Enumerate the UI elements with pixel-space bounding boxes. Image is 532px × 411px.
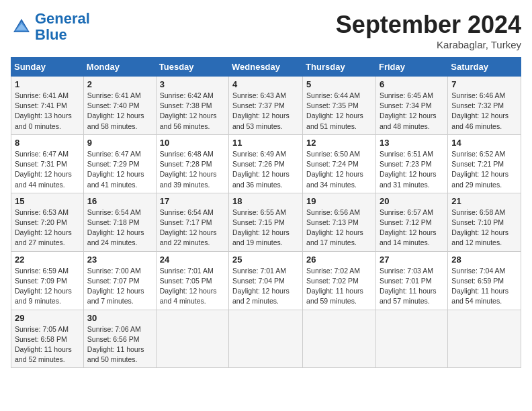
calendar-header-row: SundayMondayTuesdayWednesdayThursdayFrid… <box>11 58 521 77</box>
day-info: Sunrise: 7:04 AMSunset: 6:59 PMDaylight:… <box>451 267 508 306</box>
calendar-empty-cell <box>375 310 447 368</box>
logo-icon <box>11 16 32 38</box>
day-info: Sunrise: 6:51 AMSunset: 7:23 PMDaylight:… <box>380 150 437 189</box>
calendar-day-cell: 29 Sunrise: 7:05 AMSunset: 6:58 PMDaylig… <box>11 310 84 368</box>
day-number: 10 <box>160 138 225 148</box>
day-info: Sunrise: 6:43 AMSunset: 7:37 PMDaylight:… <box>232 91 290 130</box>
day-number: 26 <box>306 255 372 265</box>
day-number: 22 <box>15 255 80 265</box>
col-header-monday: Monday <box>83 58 156 77</box>
day-info: Sunrise: 7:01 AMSunset: 7:04 PMDaylight:… <box>232 267 290 306</box>
calendar-day-cell: 6 Sunrise: 6:45 AMSunset: 7:34 PMDayligh… <box>375 77 447 135</box>
calendar-day-cell: 22 Sunrise: 6:59 AMSunset: 7:09 PMDaylig… <box>11 251 84 310</box>
day-info: Sunrise: 6:54 AMSunset: 7:18 PMDaylight:… <box>87 208 144 247</box>
day-number: 15 <box>15 196 80 206</box>
day-info: Sunrise: 6:49 AMSunset: 7:26 PMDaylight:… <box>232 150 290 189</box>
day-number: 2 <box>87 79 152 89</box>
day-number: 1 <box>15 79 80 89</box>
day-number: 24 <box>160 255 225 265</box>
day-number: 28 <box>451 255 517 265</box>
calendar-day-cell: 17 Sunrise: 6:54 AMSunset: 7:17 PMDaylig… <box>156 193 228 251</box>
calendar-day-cell: 9 Sunrise: 6:47 AMSunset: 7:29 PMDayligh… <box>83 134 156 193</box>
calendar-day-cell: 18 Sunrise: 6:55 AMSunset: 7:15 PMDaylig… <box>229 193 303 251</box>
day-number: 4 <box>232 79 299 89</box>
col-header-wednesday: Wednesday <box>229 58 303 77</box>
day-number: 11 <box>232 138 299 148</box>
day-info: Sunrise: 6:58 AMSunset: 7:10 PMDaylight:… <box>451 208 508 247</box>
calendar-day-cell: 12 Sunrise: 6:50 AMSunset: 7:24 PMDaylig… <box>303 134 376 193</box>
logo-line2: Blue <box>35 26 67 43</box>
day-info: Sunrise: 6:56 AMSunset: 7:13 PMDaylight:… <box>306 208 363 247</box>
logo: General Blue <box>11 11 90 43</box>
calendar-day-cell: 21 Sunrise: 6:58 AMSunset: 7:10 PMDaylig… <box>448 193 521 251</box>
calendar-day-cell: 15 Sunrise: 6:53 AMSunset: 7:20 PMDaylig… <box>11 193 84 251</box>
calendar-empty-cell <box>156 310 228 368</box>
calendar-day-cell: 2 Sunrise: 6:41 AMSunset: 7:40 PMDayligh… <box>83 77 156 135</box>
col-header-sunday: Sunday <box>11 58 84 77</box>
calendar-day-cell: 14 Sunrise: 6:52 AMSunset: 7:21 PMDaylig… <box>448 134 521 193</box>
day-number: 9 <box>87 138 152 148</box>
calendar-day-cell: 10 Sunrise: 6:48 AMSunset: 7:28 PMDaylig… <box>156 134 228 193</box>
calendar-day-cell: 5 Sunrise: 6:44 AMSunset: 7:35 PMDayligh… <box>303 77 376 135</box>
calendar-day-cell: 30 Sunrise: 7:06 AMSunset: 6:56 PMDaylig… <box>83 310 156 368</box>
day-info: Sunrise: 6:45 AMSunset: 7:34 PMDaylight:… <box>380 91 437 130</box>
day-info: Sunrise: 7:06 AMSunset: 6:56 PMDaylight:… <box>87 325 144 364</box>
day-info: Sunrise: 6:44 AMSunset: 7:35 PMDaylight:… <box>306 91 363 130</box>
calendar-day-cell: 27 Sunrise: 7:03 AMSunset: 7:01 PMDaylig… <box>375 251 447 310</box>
day-info: Sunrise: 7:03 AMSunset: 7:01 PMDaylight:… <box>380 267 437 306</box>
logo-line1: General <box>35 10 90 27</box>
day-number: 12 <box>306 138 372 148</box>
calendar-week-row: 15 Sunrise: 6:53 AMSunset: 7:20 PMDaylig… <box>11 193 521 251</box>
calendar-body: 1 Sunrise: 6:41 AMSunset: 7:41 PMDayligh… <box>11 77 521 368</box>
calendar-day-cell: 19 Sunrise: 6:56 AMSunset: 7:13 PMDaylig… <box>303 193 376 251</box>
day-info: Sunrise: 6:47 AMSunset: 7:31 PMDaylight:… <box>15 150 72 189</box>
day-number: 25 <box>232 255 299 265</box>
calendar-day-cell: 20 Sunrise: 6:57 AMSunset: 7:12 PMDaylig… <box>375 193 447 251</box>
day-number: 5 <box>306 79 372 89</box>
day-info: Sunrise: 6:41 AMSunset: 7:40 PMDaylight:… <box>87 91 144 130</box>
calendar-week-row: 1 Sunrise: 6:41 AMSunset: 7:41 PMDayligh… <box>11 77 521 135</box>
day-number: 30 <box>87 313 152 323</box>
day-info: Sunrise: 6:52 AMSunset: 7:21 PMDaylight:… <box>451 150 508 189</box>
day-number: 18 <box>232 196 299 206</box>
location-subtitle: Karabaglar, Turkey <box>336 39 521 50</box>
calendar-day-cell: 7 Sunrise: 6:46 AMSunset: 7:32 PMDayligh… <box>448 77 521 135</box>
day-number: 17 <box>160 196 225 206</box>
day-number: 8 <box>15 138 80 148</box>
day-number: 23 <box>87 255 152 265</box>
col-header-saturday: Saturday <box>448 58 521 77</box>
col-header-friday: Friday <box>375 58 447 77</box>
calendar-day-cell: 4 Sunrise: 6:43 AMSunset: 7:37 PMDayligh… <box>229 77 303 135</box>
calendar-day-cell: 25 Sunrise: 7:01 AMSunset: 7:04 PMDaylig… <box>229 251 303 310</box>
day-info: Sunrise: 7:02 AMSunset: 7:02 PMDaylight:… <box>306 267 363 306</box>
calendar-empty-cell <box>229 310 303 368</box>
calendar-empty-cell <box>303 310 376 368</box>
day-info: Sunrise: 6:41 AMSunset: 7:41 PMDaylight:… <box>15 91 72 130</box>
day-info: Sunrise: 7:01 AMSunset: 7:05 PMDaylight:… <box>160 267 217 306</box>
day-number: 20 <box>380 196 444 206</box>
day-info: Sunrise: 6:50 AMSunset: 7:24 PMDaylight:… <box>306 150 363 189</box>
day-number: 6 <box>380 79 444 89</box>
col-header-thursday: Thursday <box>303 58 376 77</box>
day-info: Sunrise: 6:59 AMSunset: 7:09 PMDaylight:… <box>15 267 72 306</box>
day-info: Sunrise: 6:54 AMSunset: 7:17 PMDaylight:… <box>160 208 217 247</box>
calendar-table: SundayMondayTuesdayWednesdayThursdayFrid… <box>11 57 521 368</box>
day-number: 14 <box>451 138 517 148</box>
day-info: Sunrise: 6:46 AMSunset: 7:32 PMDaylight:… <box>451 91 508 130</box>
header: General Blue September 2024 Karabaglar, … <box>11 11 521 50</box>
day-number: 21 <box>451 196 517 206</box>
day-number: 29 <box>15 313 80 323</box>
day-info: Sunrise: 6:47 AMSunset: 7:29 PMDaylight:… <box>87 150 144 189</box>
day-info: Sunrise: 6:42 AMSunset: 7:38 PMDaylight:… <box>160 91 217 130</box>
logo-text: General Blue <box>35 11 90 43</box>
calendar-day-cell: 23 Sunrise: 7:00 AMSunset: 7:07 PMDaylig… <box>83 251 156 310</box>
day-number: 13 <box>380 138 444 148</box>
day-info: Sunrise: 6:53 AMSunset: 7:20 PMDaylight:… <box>15 208 72 247</box>
calendar-day-cell: 16 Sunrise: 6:54 AMSunset: 7:18 PMDaylig… <box>83 193 156 251</box>
calendar-day-cell: 11 Sunrise: 6:49 AMSunset: 7:26 PMDaylig… <box>229 134 303 193</box>
day-number: 16 <box>87 196 152 206</box>
calendar-empty-cell <box>448 310 521 368</box>
calendar-week-row: 29 Sunrise: 7:05 AMSunset: 6:58 PMDaylig… <box>11 310 521 368</box>
month-title: September 2024 <box>336 11 521 39</box>
calendar-week-row: 8 Sunrise: 6:47 AMSunset: 7:31 PMDayligh… <box>11 134 521 193</box>
